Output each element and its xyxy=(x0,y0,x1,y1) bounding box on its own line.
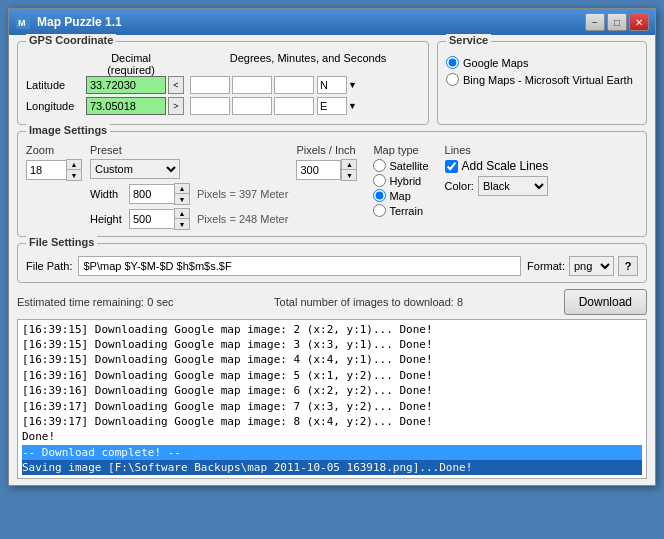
hybrid-radio[interactable] xyxy=(373,174,386,187)
latitude-row: Latitude < ▼ xyxy=(26,76,420,94)
map-label: Map xyxy=(389,190,410,202)
height-up-btn[interactable]: ▲ xyxy=(175,209,189,219)
log-area[interactable]: Saving image [F:\Software Backups\map 20… xyxy=(17,319,647,479)
zoom-input[interactable] xyxy=(26,160,66,180)
lat-deg-input[interactable] xyxy=(190,76,230,94)
format-label: Format: xyxy=(527,260,565,272)
service-section-title: Service xyxy=(446,34,491,46)
add-scale-lines-label: Add Scale Lines xyxy=(462,159,549,173)
google-maps-option[interactable]: Google Maps xyxy=(446,56,638,69)
file-section-title: File Settings xyxy=(26,236,97,248)
minimize-button[interactable]: − xyxy=(585,13,605,31)
height-unit: Pixels = 248 Meter xyxy=(197,213,288,225)
dms-col-header: Degrees, Minutes, and Seconds xyxy=(196,52,420,76)
lon-dir-input[interactable] xyxy=(317,97,347,115)
decimal-col-header: Decimal (required) xyxy=(86,52,176,76)
title-bar: M Map Puzzle 1.1 − □ ✕ xyxy=(9,9,655,35)
satellite-label: Satellite xyxy=(389,160,428,172)
height-down-btn[interactable]: ▼ xyxy=(175,219,189,229)
color-label: Color: xyxy=(445,180,474,192)
lon-deg-input[interactable] xyxy=(190,97,230,115)
file-path-input[interactable] xyxy=(78,256,521,276)
main-window: M Map Puzzle 1.1 − □ ✕ GPS Coordinate De… xyxy=(8,8,656,486)
log-line: Done! xyxy=(22,429,642,444)
pixels-input[interactable] xyxy=(296,160,341,180)
longitude-input[interactable] xyxy=(86,97,166,115)
width-input[interactable] xyxy=(129,184,174,204)
log-line: [16:39:15] Downloading Google map image:… xyxy=(22,352,642,367)
terrain-label: Terrain xyxy=(389,205,423,217)
gps-section: GPS Coordinate Decimal (required) Degree… xyxy=(17,41,429,125)
hybrid-option[interactable]: Hybrid xyxy=(373,174,428,187)
map-option[interactable]: Map xyxy=(373,189,428,202)
log-line: -- Download complete! -- xyxy=(22,445,642,460)
pixels-up-btn[interactable]: ▲ xyxy=(342,160,356,170)
log-line: Saving image [F:\Software Backups\map 20… xyxy=(22,460,642,475)
maptype-header: Map type xyxy=(373,144,428,156)
zoom-up-btn[interactable]: ▲ xyxy=(67,160,81,170)
satellite-radio[interactable] xyxy=(373,159,386,172)
pixels-header: Pixels / Inch xyxy=(296,144,357,156)
pixels-down-btn[interactable]: ▼ xyxy=(342,170,356,180)
lat-min-input[interactable] xyxy=(232,76,272,94)
width-down-btn[interactable]: ▼ xyxy=(175,194,189,204)
lon-sec-input[interactable] xyxy=(274,97,314,115)
image-section: Image Settings Zoom ▲ ▼ xyxy=(17,131,647,237)
color-select[interactable]: Black White Red xyxy=(478,176,548,196)
hybrid-label: Hybrid xyxy=(389,175,421,187)
preset-select[interactable]: Custom xyxy=(90,159,180,179)
height-label: Height xyxy=(90,213,125,225)
zoom-down-btn[interactable]: ▼ xyxy=(67,170,81,180)
log-line: [16:39:15] Downloading Google map image:… xyxy=(22,322,642,337)
lat-dir-arrow[interactable]: ▼ xyxy=(348,80,357,90)
add-scale-lines-checkbox[interactable] xyxy=(445,160,458,173)
top-group: GPS Coordinate Decimal (required) Degree… xyxy=(17,41,647,125)
main-content: GPS Coordinate Decimal (required) Degree… xyxy=(9,35,655,485)
width-up-btn[interactable]: ▲ xyxy=(175,184,189,194)
longitude-label: Longitude xyxy=(26,100,86,112)
google-maps-radio[interactable] xyxy=(446,56,459,69)
width-label: Width xyxy=(90,188,125,200)
close-button[interactable]: ✕ xyxy=(629,13,649,31)
height-input[interactable] xyxy=(129,209,174,229)
log-line: [16:39:16] Downloading Google map image:… xyxy=(22,383,642,398)
maximize-button[interactable]: □ xyxy=(607,13,627,31)
download-button[interactable]: Download xyxy=(564,289,647,315)
latitude-label: Latitude xyxy=(26,79,86,91)
preset-header: Preset xyxy=(90,144,288,156)
file-path-label: File Path: xyxy=(26,260,72,272)
log-line: [16:39:16] Downloading Google map image:… xyxy=(22,368,642,383)
help-button[interactable]: ? xyxy=(618,256,638,276)
image-section-title: Image Settings xyxy=(26,124,110,136)
log-line: [16:39:17] Downloading Google map image:… xyxy=(22,399,642,414)
window-title: Map Puzzle 1.1 xyxy=(37,15,122,29)
lon-min-input[interactable] xyxy=(232,97,272,115)
satellite-option[interactable]: Satellite xyxy=(373,159,428,172)
format-select[interactable]: png jpg bmp xyxy=(569,256,614,276)
latitude-input[interactable] xyxy=(86,76,166,94)
zoom-header: Zoom xyxy=(26,144,82,156)
lat-arrow-btn[interactable]: < xyxy=(168,76,184,94)
lon-dir-arrow[interactable]: ▼ xyxy=(348,101,357,111)
map-radio[interactable] xyxy=(373,189,386,202)
bing-maps-label: Bing Maps - Microsoft Virtual Earth xyxy=(463,74,633,86)
time-remaining: Estimated time remaining: 0 sec xyxy=(17,296,174,308)
google-maps-label: Google Maps xyxy=(463,57,528,69)
service-section: Service Google Maps Bing Maps - Microsof… xyxy=(437,41,647,125)
log-line: [16:39:15] Downloading Google map image:… xyxy=(22,337,642,352)
terrain-option[interactable]: Terrain xyxy=(373,204,428,217)
total-images: Total number of images to download: 8 xyxy=(274,296,463,308)
lines-header: Lines xyxy=(445,144,549,156)
log-line: [16:39:17] Downloading Google map image:… xyxy=(22,414,642,429)
app-icon: M xyxy=(15,14,31,30)
svg-text:M: M xyxy=(18,18,26,28)
terrain-radio[interactable] xyxy=(373,204,386,217)
longitude-row: Longitude > ▼ xyxy=(26,97,420,115)
bing-maps-radio[interactable] xyxy=(446,73,459,86)
file-section: File Settings File Path: Format: png jpg… xyxy=(17,243,647,283)
lat-dir-input[interactable] xyxy=(317,76,347,94)
lat-sec-input[interactable] xyxy=(274,76,314,94)
bing-maps-option[interactable]: Bing Maps - Microsoft Virtual Earth xyxy=(446,73,638,86)
progress-area: Estimated time remaining: 0 sec Total nu… xyxy=(17,289,647,315)
lon-arrow-btn[interactable]: > xyxy=(168,97,184,115)
